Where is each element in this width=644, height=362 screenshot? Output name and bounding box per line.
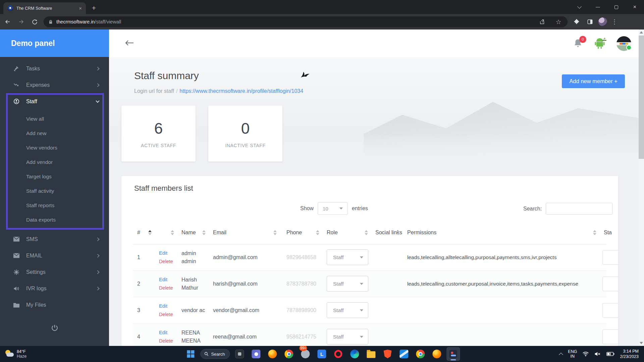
new-tab-button[interactable]: + (89, 3, 99, 13)
row-num: 1 (133, 244, 155, 270)
taskbar-app-teams[interactable] (250, 347, 263, 361)
taskbar-weather-widget[interactable]: 84°F Haze (5, 349, 26, 359)
wifi-icon[interactable] (582, 351, 589, 357)
browser-menu-icon[interactable]: ⋮ (610, 18, 619, 25)
col-header-social-links[interactable]: Social links (371, 221, 403, 244)
status-control[interactable] (602, 329, 618, 344)
col-header-role[interactable]: Role (323, 221, 371, 244)
status-control[interactable] (602, 250, 618, 265)
col-header-num[interactable]: # (133, 221, 155, 244)
hammer-icon (13, 66, 19, 72)
sidebar-item-email[interactable]: EMAIL (0, 247, 109, 264)
submenu-item-view-all[interactable]: View all (0, 112, 109, 126)
col-header-phone[interactable]: Phone (280, 221, 323, 244)
taskbar-app-file-explorer[interactable] (365, 347, 378, 361)
taskbar-app-chrome[interactable] (282, 347, 296, 361)
android-app-download-icon[interactable] (593, 37, 606, 50)
tab-close-icon[interactable]: × (78, 5, 83, 11)
edit-link[interactable]: Edit (159, 277, 177, 282)
edit-link[interactable]: Edit (159, 330, 177, 335)
submenu-item-data-exports[interactable]: Data exports (0, 213, 109, 227)
status-control[interactable] (602, 303, 618, 318)
bookmark-star-icon[interactable]: ☆ (553, 17, 564, 27)
delete-link[interactable]: Delete (159, 259, 177, 264)
taskbar-app-brave[interactable] (381, 347, 394, 361)
scrollbar-up-arrow[interactable] (639, 29, 644, 35)
taskbar-app-vscode[interactable] (397, 347, 411, 361)
sidebar-item-expenses[interactable]: Expenses (0, 77, 109, 93)
staff-login-url-link[interactable]: https://www.thecrmsoftware.in/profile/st… (179, 88, 303, 94)
extensions-puzzle-icon[interactable] (572, 17, 582, 27)
col-header-email[interactable]: Email (209, 221, 280, 244)
browser-profile-avatar[interactable] (598, 17, 607, 26)
browser-forward-button[interactable] (15, 16, 27, 27)
delete-link[interactable]: Delete (159, 338, 177, 344)
scrollbar-down-arrow[interactable] (639, 340, 644, 346)
window-minimize-button[interactable] (589, 0, 607, 14)
tab-search-chevron-icon[interactable] (570, 0, 589, 14)
logout-power-button[interactable] (49, 322, 61, 334)
sidebar-item-tasks[interactable]: Tasks (0, 60, 109, 77)
taskbar-app-screen-recorder-active[interactable] (447, 347, 460, 361)
window-maximize-button[interactable] (607, 0, 626, 14)
delete-link[interactable]: Delete (159, 312, 177, 317)
side-panel-icon[interactable] (585, 17, 595, 27)
role-select[interactable]: Staff (327, 276, 368, 292)
page-size-select[interactable]: 10 (318, 202, 348, 215)
row-actions: Edit Delete (155, 297, 177, 323)
taskbar-app-firefox-2[interactable] (430, 347, 444, 361)
col-header-status[interactable]: Sta (600, 221, 606, 244)
search-input[interactable] (546, 203, 612, 215)
clock-widget[interactable]: 3:14 PM 2/23/2023 (620, 349, 639, 359)
role-select[interactable]: Staff (327, 329, 368, 345)
taskbar-app-messages[interactable]: 99+ (299, 347, 312, 361)
browser-tab[interactable]: The CRM Software × (3, 2, 86, 14)
edit-link[interactable]: Edit (159, 250, 177, 256)
sidebar-item-staff[interactable]: Staff (0, 93, 109, 110)
app-back-arrow[interactable] (125, 39, 134, 48)
role-select[interactable]: Staff (327, 249, 368, 265)
address-bar[interactable]: thecrmsoftware.in/staff/viewall ☆ (44, 16, 568, 27)
system-tray: ENG IN 3:14 PM 2/23/2023 (559, 349, 644, 359)
delete-link[interactable]: Delete (159, 285, 177, 291)
submenu-item-add-vendor[interactable]: Add vendor (0, 155, 109, 169)
row-actions: Edit Delete (155, 270, 177, 297)
taskbar-search[interactable]: Search (200, 349, 230, 359)
windows-start-button[interactable] (184, 347, 197, 361)
submenu-item-staff-reports[interactable]: Staff reports (0, 198, 109, 213)
scrollbar-thumb[interactable] (639, 36, 644, 159)
submenu-item-add-new[interactable]: Add new (0, 126, 109, 140)
submenu-item-target-logs[interactable]: Target logs (0, 169, 109, 184)
volume-mute-icon[interactable] (594, 351, 601, 357)
status-control[interactable] (602, 277, 618, 291)
user-avatar[interactable] (616, 36, 631, 51)
battery-icon[interactable] (606, 352, 614, 356)
sidebar-item-ivr-logs[interactable]: IVR logs (0, 280, 109, 297)
sidebar-item-settings[interactable]: Settings (0, 264, 109, 280)
col-header-name[interactable]: Name (177, 221, 209, 244)
share-icon[interactable] (537, 17, 547, 27)
taskbar-app-chrome-2[interactable] (414, 347, 427, 361)
taskbar-app-l[interactable]: L (315, 347, 329, 361)
envelope-icon (13, 253, 19, 259)
window-close-button[interactable]: × (626, 0, 644, 14)
notification-bell-icon[interactable]: 0 (574, 39, 583, 49)
sidebar-item-sms[interactable]: SMS (0, 231, 109, 247)
language-indicator[interactable]: ENG IN (568, 349, 577, 359)
submenu-item-view-vendors[interactable]: View vendors (0, 140, 109, 155)
page-scrollbar[interactable] (639, 29, 644, 346)
browser-reload-button[interactable] (29, 16, 40, 27)
taskbar-app-media-player[interactable] (233, 347, 247, 361)
edit-link[interactable]: Edit (159, 303, 177, 309)
taskbar-app-opera[interactable] (332, 347, 345, 361)
taskbar-app-edge[interactable] (348, 347, 362, 361)
submenu-item-staff-activity[interactable]: Staff activity (0, 184, 109, 198)
role-select[interactable]: Staff (327, 302, 368, 318)
sidebar-item-my-files[interactable]: My Files (0, 297, 109, 313)
tray-chevron-up-icon[interactable] (559, 353, 563, 357)
browser-back-button[interactable] (2, 16, 13, 27)
taskbar-app-firefox[interactable] (266, 347, 279, 361)
col-header-actions[interactable] (155, 221, 177, 244)
add-new-member-button[interactable]: Add new member + (562, 74, 625, 88)
col-header-permissions[interactable]: Permissions (403, 221, 600, 244)
